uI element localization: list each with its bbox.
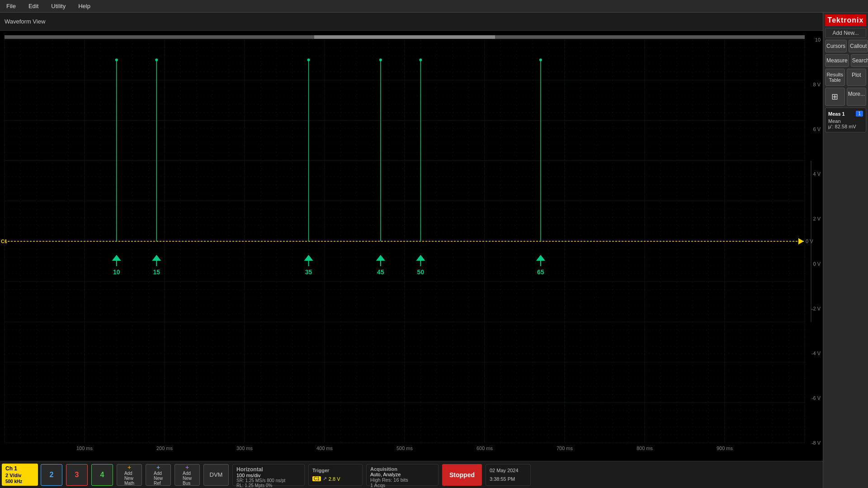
date-label: 02 May 2024 (490, 468, 527, 473)
menu-utility[interactable]: Utility (48, 2, 68, 10)
menu-bar: File Edit Utility Help (0, 0, 868, 13)
waveform-area: Waveform View Ch 1 2 V/div 500 kHz 2 3 4… (0, 13, 823, 488)
dvm-button[interactable]: DVM (203, 464, 229, 486)
add-ref-label: AddNewRef (154, 471, 163, 486)
meas1-header: Meas 1 1 (828, 111, 863, 117)
add-new-bus-button[interactable]: + AddNewBus (175, 464, 200, 486)
horizontal-rl: RL: 1.25 Mpts 0% (236, 483, 301, 488)
meas1-value: μ': 82.58 mV (828, 124, 863, 129)
cursors-button[interactable]: Cursors (825, 40, 847, 52)
add-new-math-button[interactable]: + AddNewMath (117, 464, 142, 486)
bottom-bar: Ch 1 2 V/div 500 kHz 2 3 4 + AddNewMath … (0, 461, 823, 488)
add-new-ref-button[interactable]: + AddNewRef (146, 464, 171, 486)
add-bus-label: AddNewBus (183, 471, 192, 486)
add-ref-icon: + (156, 464, 160, 471)
menu-edit[interactable]: Edit (26, 2, 41, 10)
waveform-canvas-container[interactable] (0, 31, 823, 461)
results-table-button[interactable]: Results Table (825, 69, 845, 86)
horizontal-panel: Horizontal 100 ms/div SR: 1.25 MS/s 800 … (232, 464, 305, 486)
ch4-button[interactable]: 4 (91, 464, 113, 486)
trigger-level: 2.8 V (329, 476, 340, 482)
trigger-panel: Trigger C1 ↗ 2.8 V (308, 464, 363, 486)
add-math-icon: + (127, 464, 131, 471)
add-math-label: AddNewMath (124, 471, 134, 486)
acq-mode: Auto, Analyze (370, 472, 434, 477)
ch1-label: Ch 1 (5, 465, 17, 472)
add-new-button[interactable]: Add New... (825, 28, 866, 38)
horizontal-sr: SR: 1.25 MS/s 800 ns/pt (236, 478, 301, 483)
meas1-type: Mean (828, 118, 863, 124)
ch3-button[interactable]: 3 (66, 464, 88, 486)
add-bus-icon: + (185, 464, 189, 471)
meas1-panel: Meas 1 1 Mean μ': 82.58 mV (825, 108, 866, 132)
ch1-bw: 500 kHz (5, 479, 22, 484)
datetime-panel: 02 May 2024 3:38:55 PM (486, 464, 531, 486)
main-layout: Waveform View Ch 1 2 V/div 500 kHz 2 3 4… (0, 13, 868, 488)
callout-button[interactable]: Callout (849, 40, 868, 52)
acq-res: High Res: 16 bits (370, 477, 434, 483)
trigger-value: C1 ↗ 2.8 V (312, 476, 359, 482)
waveform-canvas (0, 31, 823, 461)
measure-search-row: Measure Search (825, 54, 866, 67)
horizontal-timediv: 100 ms/div (236, 473, 301, 478)
waveform-header: Waveform View (0, 13, 823, 31)
meas1-badge: 1 (856, 111, 863, 117)
horizontal-label: Horizontal (236, 466, 301, 473)
grid-icon-button[interactable]: ⊞ (825, 88, 845, 106)
waveform-title: Waveform View (5, 18, 45, 25)
icon-more-row: ⊞ More... (825, 88, 866, 106)
trigger-label: Trigger (312, 468, 359, 473)
menu-file[interactable]: File (4, 2, 19, 10)
meas1-title: Meas 1 (828, 111, 845, 117)
cursors-callout-row: Cursors Callout (825, 40, 866, 52)
ch2-button[interactable]: 2 (41, 464, 62, 486)
acquisition-panel: Acquisition Auto, Analyze High Res: 16 b… (366, 464, 439, 486)
stopped-button[interactable]: Stopped (442, 464, 482, 486)
tektronix-logo: Tektronix (825, 14, 866, 26)
more-button[interactable]: More... (847, 88, 866, 106)
plot-button[interactable]: Plot (847, 69, 867, 86)
right-sidebar: Tektronix Add New... Cursors Callout Mea… (823, 13, 868, 488)
trigger-ch: C1 (312, 476, 321, 481)
search-button[interactable]: Search (851, 54, 868, 67)
time-label: 3:38:55 PM (490, 476, 527, 482)
ch1-badge[interactable]: Ch 1 2 V/div 500 kHz (2, 464, 38, 486)
measure-button[interactable]: Measure (825, 54, 849, 67)
acq-label: Acquisition (370, 466, 434, 472)
trigger-arrow: ↗ (323, 476, 327, 482)
acq-acqs: 1 Acqs (370, 483, 434, 488)
ch1-scale: 2 V/div (5, 473, 21, 478)
results-plot-row: Results Table Plot (825, 69, 866, 86)
menu-help[interactable]: Help (75, 2, 93, 10)
